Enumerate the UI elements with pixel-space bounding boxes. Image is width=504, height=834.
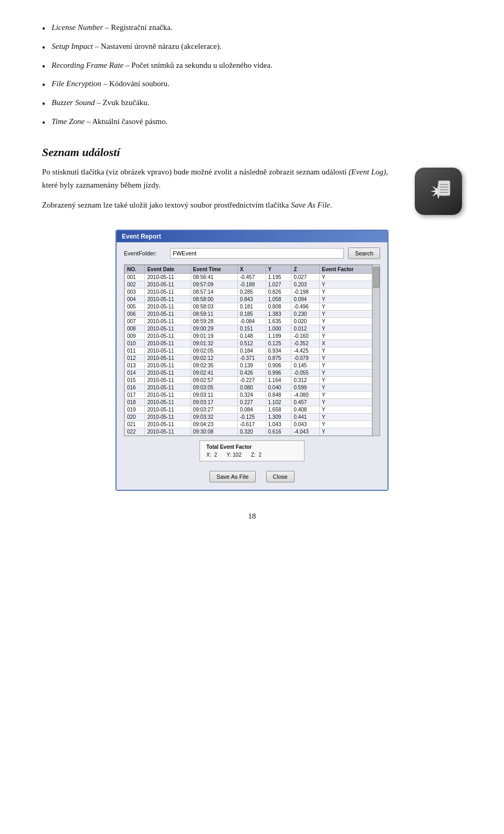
table-cell: -0.371: [237, 355, 266, 362]
col-y: Y: [266, 265, 291, 274]
svg-rect-1: [438, 181, 450, 195]
save-as-file-button[interactable]: Save As File: [209, 471, 255, 482]
table-cell: Y: [320, 384, 372, 392]
totals-values: X: 2 Y: 102 Z: 2: [206, 452, 298, 458]
col-x: X: [237, 265, 266, 274]
table-cell: 1.043: [266, 421, 291, 428]
totals-label: Total Event Factor: [206, 444, 298, 450]
bullet-item-encryption: File Encryption – Kódování souboru.: [42, 77, 462, 93]
table-cell: 0.599: [291, 384, 320, 392]
table-cell: 0.848: [266, 392, 291, 399]
table-cell: 018: [125, 399, 145, 406]
table-cell: 2010-05-11: [145, 296, 191, 303]
col-no: NO.: [125, 265, 145, 274]
table-row: 0072010-05-1108:59:28-0.0841.6350.020Y: [125, 318, 372, 325]
table-cell: 2010-05-11: [145, 311, 191, 318]
table-cell: Y: [320, 414, 372, 421]
table-cell: 2010-05-11: [145, 355, 191, 362]
table-cell: -0.079: [291, 355, 320, 362]
table-cell: 2010-05-11: [145, 399, 191, 406]
table-cell: 020: [125, 414, 145, 421]
table-cell: 0.285: [237, 289, 266, 296]
table-cell: 0.227: [237, 399, 266, 406]
table-cell: 2010-05-11: [145, 428, 191, 436]
table-cell: -0.055: [291, 369, 320, 377]
table-cell: 004: [125, 296, 145, 303]
table-row: 0092010-05-1109:01:190.1481.199-0.160Y: [125, 333, 372, 340]
table-cell: 0.512: [237, 340, 266, 347]
table-cell: 2010-05-11: [145, 362, 191, 369]
table-cell: Y: [320, 274, 372, 281]
table-cell: -4.043: [291, 428, 320, 436]
table-cell: -0.496: [291, 303, 320, 311]
bullet-term: Setup Impact – Nastavení úrovně nárazu (…: [51, 40, 222, 53]
table-cell: 2010-05-11: [145, 281, 191, 289]
table-cell: Y: [320, 281, 372, 289]
table-cell: -0.227: [237, 377, 266, 384]
table-cell: 0.040: [266, 384, 291, 392]
table-cell: 2010-05-11: [145, 421, 191, 428]
scrollbar-thumb[interactable]: [373, 267, 380, 288]
table-cell: 09:03:32: [191, 414, 237, 421]
table-cell: Y: [320, 399, 372, 406]
search-button[interactable]: Search: [348, 248, 380, 259]
table-cell: 0.230: [291, 311, 320, 318]
close-button[interactable]: Close: [266, 471, 295, 482]
table-cell: 1.195: [266, 274, 291, 281]
dialog-body: EventFolder: Search NO. Event Date Event…: [117, 242, 387, 490]
table-row: 0142010-05-1109:02:410.4260.996-0.055Y: [125, 369, 372, 377]
table-row: 0062010-05-1108:59:110.1851.3830.230Y: [125, 311, 372, 318]
bullet-term: File Encryption – Kódování souboru.: [51, 77, 170, 90]
col-date: Event Date: [145, 265, 191, 274]
folder-row: EventFolder: Search: [124, 248, 380, 259]
table-cell: 09:57:09: [191, 281, 237, 289]
table-cell: 1.309: [266, 414, 291, 421]
table-cell: 1.658: [266, 406, 291, 414]
table-cell: 09:02:57: [191, 377, 237, 384]
table-cell: 09:02:12: [191, 355, 237, 362]
bullet-item-timezone: Time Zone – Aktuální časové pásmo.: [42, 115, 462, 131]
table-cell: -0.188: [237, 281, 266, 289]
table-cell: 09:01:32: [191, 340, 237, 347]
table-cell: 09:02:05: [191, 347, 237, 355]
table-row: 0082010-05-1109:00:290.1511.0000.012Y: [125, 325, 372, 333]
table-cell: 2010-05-11: [145, 384, 191, 392]
table-cell: 002: [125, 281, 145, 289]
table-cell: -0.084: [237, 318, 266, 325]
total-y: Y: 102: [227, 452, 242, 458]
col-factor: Event Factor: [320, 265, 372, 274]
table-cell: 003: [125, 289, 145, 296]
table-cell: 014: [125, 369, 145, 377]
table-cell: 0.084: [237, 406, 266, 414]
table-cell: 0.012: [291, 325, 320, 333]
table-cell: 2010-05-11: [145, 369, 191, 377]
content-row: Po stisknutí tlačítka (viz obrázek vprav…: [42, 166, 462, 219]
folder-input[interactable]: [170, 248, 344, 259]
table-row: 0032010-05-1108:57:140.2850.826-0.198Y: [125, 289, 372, 296]
table-cell: Y: [320, 325, 372, 333]
table-cell: 009: [125, 333, 145, 340]
table-row: 0212010-05-1109:04:23-0.6171.0430.043Y: [125, 421, 372, 428]
table-cell: 09:03:27: [191, 406, 237, 414]
table-row: 0122010-05-1109:02:12-0.3710.875-0.079Y: [125, 355, 372, 362]
table-cell: 011: [125, 347, 145, 355]
table-cell: 0.826: [266, 289, 291, 296]
table-cell: 0.875: [266, 355, 291, 362]
table-cell: 006: [125, 311, 145, 318]
table-cell: 2010-05-11: [145, 325, 191, 333]
scrollbar[interactable]: [372, 265, 380, 436]
table-cell: -4.425: [291, 347, 320, 355]
table-cell: 0.094: [291, 296, 320, 303]
table-cell: 0.457: [291, 399, 320, 406]
dialog-wrapper: Event Report EventFolder: Search NO.: [42, 230, 462, 491]
table-cell: 0.408: [291, 406, 320, 414]
table-cell: 0.324: [237, 392, 266, 399]
dialog-titlebar: Event Report: [117, 231, 387, 242]
bullet-item-impact: Setup Impact – Nastavení úrovně nárazu (…: [42, 40, 462, 56]
table-cell: -0.457: [237, 274, 266, 281]
table-cell: Y: [320, 296, 372, 303]
table-cell: 0.151: [237, 325, 266, 333]
table-row: 0042010-05-1108:58:000.8431.0580.094Y: [125, 296, 372, 303]
table-row: 0172010-05-1109:03:110.3240.848-4.080Y: [125, 392, 372, 399]
text-column: Po stisknutí tlačítka (viz obrázek vprav…: [42, 166, 402, 219]
